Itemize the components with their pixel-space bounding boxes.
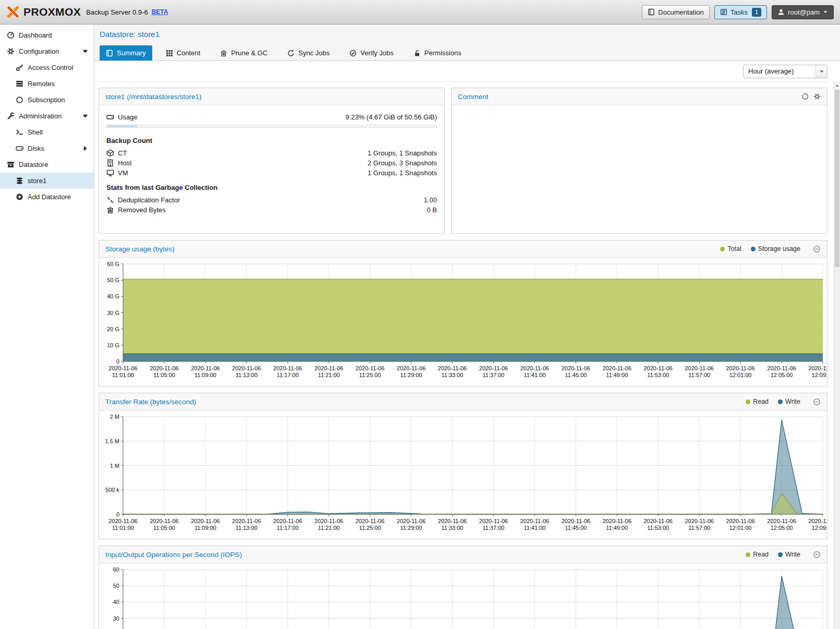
sidebar-item-remotes[interactable]: Remotes: [0, 76, 94, 92]
legend-dot: [746, 552, 750, 557]
sidebar-item-subscription[interactable]: Subscription: [0, 92, 94, 108]
wrench-icon: [7, 112, 15, 120]
gear-icon: [7, 47, 15, 55]
sidebar-item-access-control[interactable]: Access Control: [0, 59, 94, 76]
tab-sync-jobs[interactable]: Sync Jobs: [281, 45, 336, 61]
svg-text:11:37:00: 11:37:00: [482, 372, 504, 378]
usage-row: Usage9.23% (4.67 GiB of 50.56 GiB): [99, 112, 444, 122]
legend-dot: [778, 552, 783, 557]
chevron-down-icon[interactable]: [81, 47, 89, 55]
sidebar-item-dashboard[interactable]: Dashboard: [0, 27, 94, 43]
sidebar-item-administration[interactable]: Administration: [0, 108, 94, 124]
svg-text:40 G: 40 G: [107, 293, 119, 299]
legend-read[interactable]: Read: [746, 551, 769, 558]
chart-title: Input/Output Operations per Second (IOPS…: [105, 551, 242, 559]
db-icon: [16, 177, 23, 185]
stat-value: 1 Groups, 1 Snapshots: [368, 149, 437, 157]
tab-verify-jobs[interactable]: Verify Jobs: [343, 45, 400, 61]
charts-container: Storage usage (bytes)TotalStorage usage6…: [99, 240, 827, 629]
svg-text:2020-11-06: 2020-11-06: [397, 365, 425, 371]
sidebar-item-store1[interactable]: store1: [0, 173, 94, 189]
legend-dot: [751, 247, 756, 251]
sidebar-item-label: Add Datastore: [28, 193, 71, 201]
sync-icon: [287, 50, 295, 57]
content: store1 (/mnt/datastores/store1) Usage9.2…: [94, 82, 840, 629]
scroll-up-button[interactable]: [834, 82, 840, 89]
svg-text:2020-11-06: 2020-11-06: [685, 518, 713, 524]
timeframe-select[interactable]: Hour (average): [743, 65, 827, 78]
stat-value: 1.00: [424, 196, 437, 204]
tasks-button[interactable]: Tasks 1: [714, 5, 767, 19]
svg-text:2020-11-06: 2020-11-06: [191, 518, 220, 524]
header-actions: Documentation Tasks 1 root@pam: [642, 5, 834, 19]
legend-read[interactable]: Read: [746, 398, 769, 405]
svg-text:12:09:00: 12:09:00: [812, 372, 827, 378]
documentation-label: Documentation: [658, 8, 703, 16]
svg-text:11:53:00: 11:53:00: [647, 372, 669, 378]
sidebar-item-label: Shell: [28, 128, 43, 136]
svg-text:2020-11-06: 2020-11-06: [479, 518, 508, 524]
svg-text:11:33:00: 11:33:00: [441, 372, 463, 378]
tab-summary[interactable]: Summary: [100, 45, 152, 61]
sidebar-item-datastore[interactable]: Datastore: [0, 156, 94, 173]
svg-text:2020-11-06: 2020-11-06: [562, 518, 590, 524]
svg-text:2020-11-06: 2020-11-06: [520, 518, 549, 524]
chart-panel-transfer-rate-bytes-second: Transfer Rate (bytes/second)ReadWrite2 M…: [99, 393, 827, 539]
svg-text:11:45:00: 11:45:00: [565, 525, 587, 531]
tab-content[interactable]: Content: [160, 45, 207, 61]
sidebar-item-configuration[interactable]: Configuration: [0, 43, 94, 59]
select-trigger[interactable]: [815, 65, 827, 78]
tab-prune-gc[interactable]: Prune & GC: [214, 45, 274, 61]
chevron-right-icon[interactable]: [81, 144, 89, 152]
tab-permissions[interactable]: Permissions: [407, 45, 468, 61]
sidebar-item-shell[interactable]: Shell: [0, 124, 94, 140]
svg-text:50 G: 50 G: [107, 277, 119, 283]
user-menu-button[interactable]: root@pam: [772, 5, 834, 19]
key-icon: [16, 64, 23, 71]
revert-icon[interactable]: [801, 93, 809, 100]
svg-text:2020-11-06: 2020-11-06: [191, 365, 220, 371]
svg-text:11:13:00: 11:13:00: [236, 525, 258, 531]
svg-text:12:05:00: 12:05:00: [771, 525, 793, 531]
svg-text:11:01:00: 11:01:00: [112, 372, 134, 378]
svg-text:0: 0: [116, 358, 119, 365]
svg-text:2020-11-06: 2020-11-06: [273, 365, 302, 371]
svg-text:60: 60: [113, 566, 119, 573]
sidebar-item-add-datastore[interactable]: Add Datastore: [0, 189, 94, 205]
monitor-icon: [106, 169, 114, 177]
legend-dot: [778, 400, 783, 404]
summary-row: store1 (/mnt/datastores/store1) Usage9.2…: [99, 88, 827, 234]
vertical-scrollbar[interactable]: [834, 82, 840, 629]
sidebar-item-disks[interactable]: Disks: [0, 140, 94, 156]
sidebar-item-label: Remotes: [28, 80, 55, 88]
collapse-panel-icon[interactable]: [813, 245, 821, 253]
collapse-panel-icon[interactable]: [813, 551, 821, 559]
chart-legend: ReadWrite: [746, 551, 821, 559]
chart-panel-storage-usage-bytes: Storage usage (bytes)TotalStorage usage6…: [99, 240, 827, 386]
unlock-icon: [413, 50, 421, 57]
tab-label: Summary: [117, 49, 146, 57]
plus-circle-icon: [16, 193, 23, 201]
legend-write[interactable]: Write: [778, 551, 800, 558]
scrollbar-thumb[interactable]: [835, 90, 839, 267]
documentation-button[interactable]: Documentation: [642, 5, 709, 19]
grid-icon: [166, 50, 173, 57]
svg-text:11:17:00: 11:17:00: [277, 525, 299, 531]
edit-gear-icon[interactable]: [813, 93, 821, 100]
svg-text:11:21:00: 11:21:00: [318, 372, 340, 378]
svg-text:12:09:00: 12:09:00: [812, 525, 827, 531]
legend-total[interactable]: Total: [720, 245, 741, 252]
beta-link[interactable]: BETA: [152, 8, 168, 16]
legend-label: Write: [785, 398, 800, 405]
brand-text: PROXMOX: [23, 6, 81, 18]
collapse-panel-icon[interactable]: [813, 398, 821, 406]
book-icon: [106, 50, 113, 57]
trash-icon: [220, 50, 227, 57]
svg-text:11:21:00: 11:21:00: [318, 525, 340, 531]
chevron-down-icon[interactable]: [81, 112, 89, 120]
terminal-icon: [16, 128, 23, 136]
legend-write[interactable]: Write: [778, 398, 800, 405]
legend-storage-usage[interactable]: Storage usage: [751, 245, 800, 252]
main-area: Datastore: store1 SummaryContentPrune & …: [94, 25, 840, 629]
chart-panel-input-output-operations-per-second-iops: Input/Output Operations per Second (IOPS…: [99, 546, 827, 629]
